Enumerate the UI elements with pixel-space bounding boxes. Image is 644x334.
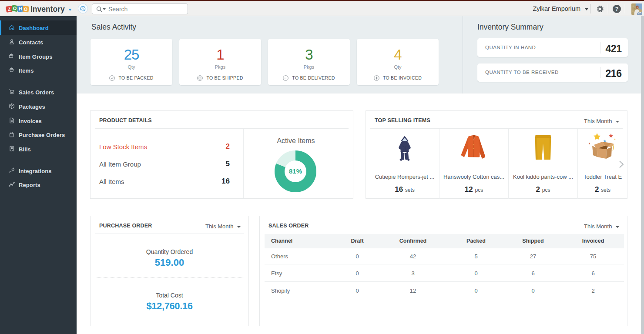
svg-text:81%: 81% bbox=[289, 167, 302, 175]
